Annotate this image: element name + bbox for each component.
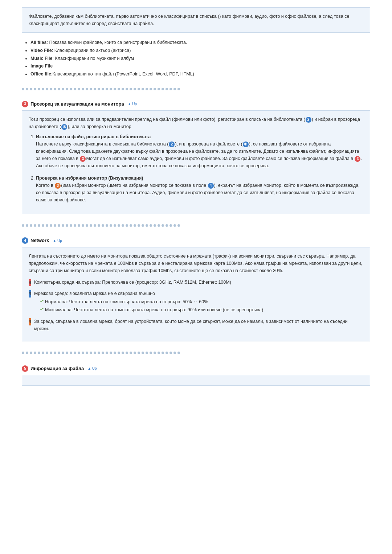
network-item-3: 9 За среда, свързана в локална мрежа, бр… <box>29 318 363 332</box>
music-file-desc: : Класифицирани по музикант и албум <box>52 56 134 61</box>
network-items: 9 Компютърна среда на сървъра: Препоръчв… <box>29 279 363 332</box>
section2-title: Прозорец за визуализация на монитора <box>30 100 124 108</box>
all-files-desc: : Показва всички файлове, които са регис… <box>46 40 187 45</box>
ni3-content: За среда, свързана в локална мрежа, броя… <box>34 318 363 332</box>
ni1-text: Компютърна среда на сървъра: Препоръчва … <box>34 280 231 285</box>
section3-title: Network <box>30 237 49 244</box>
office-file-desc: :Класифицирани по тип файл (PowerPoint, … <box>51 71 194 77</box>
section4-up-link[interactable]: ▲ Up <box>87 365 97 372</box>
section4-header: 5 Информация за файла ▲ Up <box>22 365 370 372</box>
divider-2 <box>22 224 370 227</box>
ni2-subbullets: Нормална: Честотна лента на компютърната… <box>34 298 263 313</box>
section2-badge: 3 <box>22 101 28 107</box>
ni3-text: За среда, свързана в локална мрежа, броя… <box>34 319 348 331</box>
badge-inline-3a: 3 <box>80 156 86 162</box>
section3-up-link[interactable]: ▲ Up <box>53 238 62 244</box>
section3-intro: Лентата на състоянието до името на монит… <box>29 253 363 274</box>
section2: 3 Прозорец за визуализация на монитора ▲… <box>22 100 370 214</box>
sub-item-2: Максимална: Честотна лента на компютърна… <box>40 306 263 313</box>
badge-inline-4: 4 <box>208 183 214 189</box>
section2-header: 3 Прозорец за визуализация на монитора ▲… <box>22 100 370 108</box>
section2-item-2: Проверка на избрания монитор (Визуализац… <box>36 175 363 204</box>
badge-2-inline: 2 <box>306 117 311 123</box>
list-item: Video File: Класифицирани по актьор (акт… <box>30 47 370 54</box>
section4: 5 Информация за файла ▲ Up <box>22 365 370 386</box>
section2-numbered-list: Изпълнение на файл, регистриран в библио… <box>29 133 363 204</box>
section3: 4 Network ▲ Up Лентата на състоянието до… <box>22 237 370 341</box>
section2-up-link[interactable]: ▲ Up <box>128 101 137 107</box>
divider-3 <box>22 352 370 354</box>
video-file-desc: : Класифицирани по актьор (актриса) <box>52 48 131 53</box>
divider-1 <box>22 88 370 90</box>
list-item: Office file:Класифицирани по тип файл (P… <box>30 71 370 78</box>
ni2-text: Мрежова среда: Локалната мрежа не е свър… <box>34 291 155 296</box>
file-type-list: All files: Показва всички файлове, които… <box>22 39 370 78</box>
section2-box: Този прозорец се използва или за предвар… <box>22 110 370 214</box>
ni3-badge: 9 <box>29 318 31 325</box>
ni1-badge: 9 <box>29 279 31 286</box>
intro-text: Файловете, добавени към библиотеката, пъ… <box>29 14 349 26</box>
ni2-content: Мрежова среда: Локалната мрежа не е свър… <box>34 290 263 314</box>
list-item: Image File <box>30 63 370 70</box>
section3-badge: 4 <box>22 237 28 244</box>
section2-intro: Този прозорец се използва или за предвар… <box>29 116 363 130</box>
badge-inline-2a: 2 <box>169 141 175 147</box>
ni1-content: Компютърна среда на сървъра: Препоръчва … <box>34 279 231 286</box>
section4-box <box>22 375 370 386</box>
badge-inline-11a: ① <box>243 141 249 147</box>
section4-title: Информация за файла <box>30 365 84 372</box>
badge-inline-3b: 3 <box>355 156 360 162</box>
section3-box: Лентата на състоянието до името на монит… <box>22 247 370 341</box>
list-item: All files: Показва всички файлове, които… <box>30 39 370 46</box>
list-item: Music File: Класифицирани по музикант и … <box>30 55 370 62</box>
sub-item-1: Нормална: Честотна лента на компютърната… <box>40 298 263 305</box>
network-item-1: 9 Компютърна среда на сървъра: Препоръчв… <box>29 279 363 286</box>
section3-header: 4 Network ▲ Up <box>22 237 370 244</box>
section2-item-1: Изпълнение на файл, регистриран в библио… <box>36 133 363 169</box>
section4-badge: 5 <box>22 365 28 372</box>
badge-inline-orange: 3 <box>55 183 61 189</box>
ni2-badge: 9 <box>29 290 31 297</box>
network-item-2: 9 Мрежова среда: Локалната мрежа не е св… <box>29 290 363 314</box>
intro-box: Файловете, добавени към библиотеката, пъ… <box>22 7 370 33</box>
badge-11-inline: ① <box>61 124 67 130</box>
